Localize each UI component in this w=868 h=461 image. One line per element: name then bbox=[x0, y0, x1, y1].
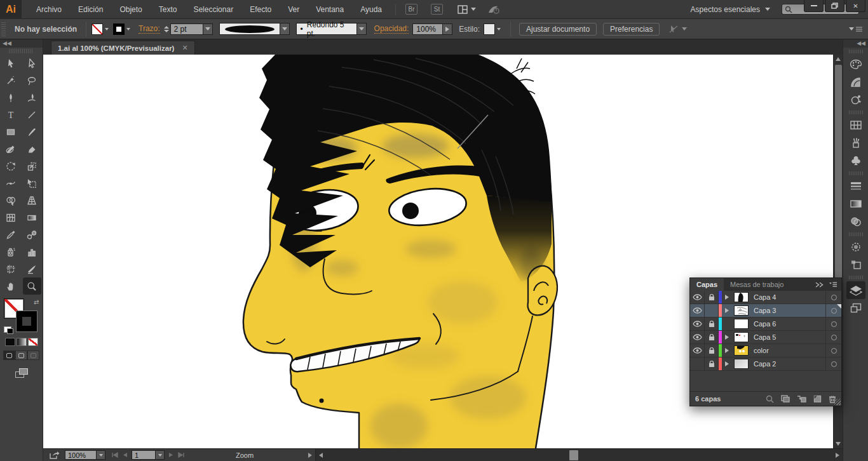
rotate-tool[interactable] bbox=[0, 157, 22, 175]
controlbar-menu-button[interactable] bbox=[849, 26, 863, 32]
visibility-toggle[interactable] bbox=[690, 317, 705, 330]
gradient-tool[interactable] bbox=[22, 209, 43, 226]
opacity-field[interactable]: 100% bbox=[412, 23, 443, 35]
type-tool[interactable]: T bbox=[0, 106, 22, 123]
bridge-button[interactable]: Br bbox=[405, 4, 417, 15]
new-sublayer-icon[interactable] bbox=[797, 395, 806, 403]
opacity-label[interactable]: Opacidad: bbox=[374, 24, 409, 34]
scroll-down-button[interactable] bbox=[834, 439, 843, 448]
layers-panel-icon[interactable] bbox=[846, 281, 865, 299]
workspace-switcher[interactable]: Aspectos esenciales bbox=[691, 5, 770, 14]
stroke-panel-icon[interactable] bbox=[846, 177, 865, 195]
layer-name[interactable]: Capa 6 bbox=[750, 317, 826, 330]
visibility-toggle[interactable] bbox=[690, 291, 705, 304]
recolor-artwork-icon[interactable] bbox=[846, 91, 865, 109]
artboard-tool[interactable] bbox=[0, 260, 22, 277]
first-artboard-button[interactable] bbox=[112, 452, 119, 458]
target-circle[interactable] bbox=[826, 331, 841, 344]
layer-thumbnail[interactable] bbox=[731, 291, 750, 304]
layer-row-capa-2[interactable]: Capa 2 bbox=[690, 357, 841, 371]
stroke-weight-field[interactable]: 2 pt bbox=[170, 23, 203, 35]
lock-toggle[interactable] bbox=[705, 304, 719, 317]
tab-capas[interactable]: Capas bbox=[690, 278, 724, 291]
variable-width-profile[interactable] bbox=[219, 23, 280, 35]
stock-button[interactable]: St bbox=[431, 4, 443, 15]
menu-seleccionar[interactable]: Seleccionar bbox=[185, 0, 241, 19]
mesh-tool[interactable] bbox=[0, 209, 22, 226]
layer-name[interactable]: Capa 5 bbox=[750, 331, 826, 344]
draw-inside-mode[interactable] bbox=[27, 351, 39, 360]
stroke-weight-label[interactable]: Trazo: bbox=[139, 24, 160, 34]
select-similar-button[interactable] bbox=[669, 25, 687, 34]
visibility-toggle[interactable] bbox=[690, 344, 705, 357]
layer-row-capa-3[interactable]: Capa 3 bbox=[690, 304, 841, 317]
close-button[interactable]: ✕ bbox=[846, 0, 865, 12]
horizontal-scroll-thumb[interactable] bbox=[569, 450, 578, 460]
transparency-panel-icon[interactable] bbox=[846, 213, 865, 230]
lock-toggle[interactable] bbox=[705, 344, 719, 357]
gradient-button[interactable] bbox=[17, 338, 27, 346]
arrange-documents-button[interactable] bbox=[458, 5, 476, 14]
next-artboard-button[interactable] bbox=[168, 452, 173, 458]
artboard-number-field[interactable]: 1 bbox=[132, 450, 156, 460]
layer-row-capa-5[interactable]: Capa 5 bbox=[690, 331, 841, 344]
gradient-panel-icon[interactable] bbox=[846, 195, 865, 213]
shape-builder-tool[interactable] bbox=[0, 192, 22, 209]
zoom-tool[interactable] bbox=[23, 277, 42, 295]
target-circle[interactable] bbox=[826, 344, 841, 357]
expand-arrow[interactable] bbox=[722, 357, 731, 370]
locate-object-icon[interactable] bbox=[766, 395, 774, 403]
color-panel-icon[interactable] bbox=[846, 55, 865, 73]
artboards-panel-icon[interactable] bbox=[846, 299, 865, 317]
rectangle-tool[interactable] bbox=[0, 123, 22, 140]
scroll-up-button[interactable] bbox=[834, 55, 843, 63]
color-button[interactable] bbox=[5, 338, 15, 346]
visibility-toggle[interactable] bbox=[690, 331, 705, 344]
color-guide-icon[interactable] bbox=[846, 73, 865, 91]
last-artboard-button[interactable] bbox=[177, 452, 184, 458]
expand-arrow[interactable] bbox=[722, 344, 731, 357]
width-profile-dropdown[interactable] bbox=[280, 23, 290, 35]
layer-name[interactable]: Capa 4 bbox=[750, 291, 826, 304]
symbol-sprayer-tool[interactable] bbox=[0, 243, 22, 260]
clipping-mask-icon[interactable] bbox=[781, 395, 790, 403]
draw-behind-mode[interactable] bbox=[15, 351, 27, 360]
stroke-color-swatch[interactable] bbox=[17, 311, 37, 331]
layer-name[interactable]: Capa 2 bbox=[750, 357, 826, 370]
fit-document-button[interactable]: Ajustar documento bbox=[519, 23, 597, 36]
width-tool[interactable] bbox=[0, 175, 22, 192]
swatches-icon[interactable] bbox=[846, 116, 865, 134]
brushes-icon[interactable] bbox=[846, 134, 865, 152]
controlbar-grip[interactable] bbox=[1, 22, 6, 36]
target-circle[interactable] bbox=[826, 317, 841, 330]
blend-tool[interactable] bbox=[22, 226, 43, 243]
screen-mode-button[interactable] bbox=[15, 368, 28, 378]
swap-fill-stroke-icon[interactable]: ⇄ bbox=[34, 298, 39, 305]
stroke-swatch-caret[interactable] bbox=[125, 23, 132, 35]
scroll-right-button[interactable] bbox=[832, 453, 843, 458]
menu-texto[interactable]: Texto bbox=[151, 0, 186, 19]
lock-toggle[interactable] bbox=[705, 357, 719, 370]
share-icon[interactable] bbox=[50, 451, 60, 459]
lasso-tool[interactable] bbox=[22, 72, 43, 89]
direct-selection-tool[interactable] bbox=[22, 55, 43, 72]
curvature-tool[interactable] bbox=[22, 89, 43, 106]
hand-tool[interactable] bbox=[0, 277, 22, 295]
target-circle[interactable] bbox=[826, 304, 841, 317]
menu-objeto[interactable]: Objeto bbox=[111, 0, 150, 19]
selection-tool[interactable] bbox=[0, 55, 22, 72]
target-circle[interactable] bbox=[826, 357, 841, 370]
expand-arrow[interactable] bbox=[722, 304, 731, 317]
panel-expand-icon[interactable] bbox=[815, 282, 824, 288]
tools-panel-collapse[interactable]: ◀◀ bbox=[0, 39, 43, 48]
graphic-styles-panel-icon[interactable] bbox=[846, 256, 865, 274]
line-segment-tool[interactable] bbox=[22, 106, 43, 123]
layer-thumbnail[interactable] bbox=[731, 317, 750, 330]
status-menu-button[interactable] bbox=[305, 453, 315, 458]
lock-toggle[interactable] bbox=[705, 317, 719, 330]
brush-definition-dropdown[interactable] bbox=[357, 23, 367, 35]
panel-menu-icon[interactable] bbox=[829, 281, 837, 288]
preferences-button[interactable]: Preferencias bbox=[603, 23, 660, 36]
lock-toggle[interactable] bbox=[705, 291, 719, 304]
menu-ayuda[interactable]: Ayuda bbox=[352, 0, 390, 19]
